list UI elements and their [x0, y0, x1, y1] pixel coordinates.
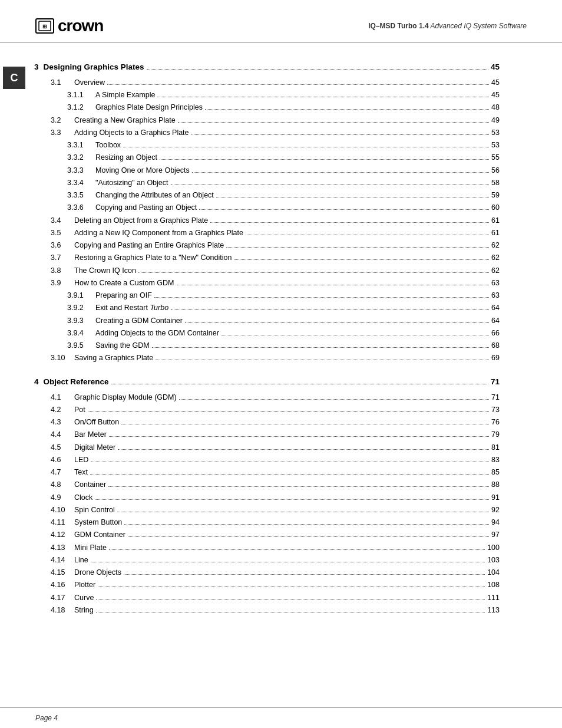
toc-page: 71 — [491, 375, 500, 389]
chapter-tab: C — [3, 67, 25, 89]
toc-dots — [117, 512, 489, 512]
toc-dots — [111, 384, 488, 384]
toc-dots — [157, 97, 489, 97]
toc-label: The Crown IQ Icon — [74, 265, 136, 277]
toc-num: 4.5 — [51, 442, 70, 454]
toc-label: String — [74, 604, 94, 617]
toc-entry: 3.9.5Saving the GDM68 — [34, 340, 500, 352]
toc-entry: 3.9.4Adding Objects to the GDM Container… — [34, 327, 500, 340]
toc-label: Clock — [74, 492, 92, 504]
toc-entry: 3.3.2Resizing an Object55 — [34, 151, 500, 164]
toc-num: 3.9.1 — [67, 289, 91, 302]
toc-page: 103 — [487, 554, 500, 566]
toc-page: 49 — [491, 114, 500, 127]
toc-entry: 3.1Overview45 — [34, 77, 500, 89]
toc-page: 73 — [491, 404, 500, 416]
header-title-italic: Advanced IQ System Software — [429, 22, 527, 30]
toc-num: 3.9.3 — [67, 315, 91, 327]
toc-page: 56 — [491, 164, 500, 177]
toc-label: Copying and Pasting an Object — [95, 202, 197, 214]
toc-entry: 4.9Clock91 — [34, 492, 500, 504]
toc-entry: 3.10Saving a Graphics Plate69 — [34, 352, 500, 364]
toc-dots — [138, 272, 489, 273]
toc-entry: 4.13Mini Plate100 — [34, 542, 500, 554]
toc-entry: 3.1.1A Simple Example45 — [34, 89, 500, 101]
toc-page: 63 — [491, 289, 500, 302]
header-title: IQ–MSD Turbo 1.4 Advanced IQ System Soft… — [368, 22, 527, 30]
toc-page: 83 — [491, 454, 500, 466]
toc-label: Curve — [74, 592, 94, 604]
toc-entry: 4.8Container88 — [34, 479, 500, 491]
toc-page: 76 — [491, 416, 500, 429]
toc-num: 3.7 — [51, 252, 70, 264]
toc-label: Object Reference — [44, 375, 109, 389]
toc-label: On/Off Button — [74, 416, 119, 429]
toc-page: 97 — [491, 529, 500, 541]
toc-num: 3.3.5 — [67, 189, 91, 202]
toc-entry: 4.7Text85 — [34, 466, 500, 479]
toc-page: 104 — [487, 566, 500, 579]
toc-entry: 4.3On/Off Button76 — [34, 416, 500, 429]
toc-num: 3.2 — [51, 114, 70, 127]
toc-dots — [154, 297, 489, 298]
toc-num: 3.3.2 — [67, 151, 91, 164]
toc-dots — [95, 499, 489, 500]
toc-entry: 4.10Spin Control92 — [34, 504, 500, 516]
toc-num: 4.10 — [51, 504, 70, 516]
toc-num: 3.1.2 — [67, 101, 91, 114]
toc-page: 111 — [487, 592, 500, 604]
toc-entry: 3.9.2Exit and Restart Turbo64 — [34, 302, 500, 314]
toc-entry: 3.3.3Moving One or More Objects56 — [34, 164, 500, 177]
toc-entry: 3.3Adding Objects to a Graphics Plate53 — [34, 127, 500, 139]
toc-entry: 3.9How to Create a Custom GDM63 — [34, 277, 500, 289]
toc-entry: 3.9.1Preparing an OIF63 — [34, 289, 500, 302]
toc-num: 4.13 — [51, 542, 70, 554]
toc-entry: 3.9.3Creating a GDM Container64 — [34, 315, 500, 327]
toc-dots — [96, 612, 485, 612]
toc-dots — [156, 360, 489, 360]
toc-num: 4.1 — [51, 391, 70, 404]
toc-page: 45 — [491, 61, 500, 74]
toc-num: 3.3.3 — [67, 164, 91, 177]
logo-area: ⊞ crown — [35, 17, 103, 35]
toc-dots — [152, 347, 489, 348]
logo-icon: ⊞ — [35, 18, 54, 34]
toc-num: 3 — [34, 61, 39, 74]
toc-page: 55 — [491, 151, 500, 164]
toc-dots — [91, 562, 485, 562]
toc-label: Changing the Attributes of an Object — [95, 189, 214, 202]
toc-page: 113 — [487, 604, 500, 617]
toc-page: 81 — [491, 442, 500, 454]
toc-num: 3.9 — [51, 277, 70, 289]
toc-page: 88 — [491, 479, 500, 491]
toc-dots — [108, 486, 489, 487]
toc-dots — [109, 436, 489, 437]
toc-num: 4.16 — [51, 579, 70, 591]
toc-dots — [121, 424, 489, 424]
toc-label: Saving a Graphics Plate — [74, 352, 153, 364]
toc-dots — [210, 222, 489, 223]
toc-entry: 3.8The Crown IQ Icon62 — [34, 265, 500, 277]
toc-entry: 3.3.4"Autosizing" an Object58 — [34, 177, 500, 189]
toc-entry: 4.2Pot73 — [34, 404, 500, 416]
toc-page: 63 — [491, 277, 500, 289]
toc-label: Text — [74, 466, 88, 479]
toc-label: "Autosizing" an Object — [95, 177, 168, 189]
toc-num: 4.2 — [51, 404, 70, 416]
toc-entry: 3.6Copying and Pasting an Entire Graphic… — [34, 239, 500, 252]
toc-label: Digital Meter — [74, 442, 115, 454]
toc-num: 4.18 — [51, 604, 70, 617]
toc-dots — [205, 109, 489, 110]
side-tab: C — [0, 61, 28, 707]
toc-label: Plotter — [74, 579, 95, 591]
toc-num: 4.8 — [51, 479, 70, 491]
toc-label: Spin Control — [74, 504, 115, 516]
toc-page: 62 — [491, 252, 500, 264]
toc-page: 92 — [491, 504, 500, 516]
toc-dots — [222, 335, 489, 335]
toc-label: Graphic Display Module (GDM) — [74, 391, 177, 404]
toc-dots — [178, 122, 489, 123]
toc-num: 3.1.1 — [67, 89, 91, 101]
page: ⊞ crown IQ–MSD Turbo 1.4 Advanced IQ Sys… — [0, 0, 562, 728]
toc-label: Line — [74, 554, 88, 566]
